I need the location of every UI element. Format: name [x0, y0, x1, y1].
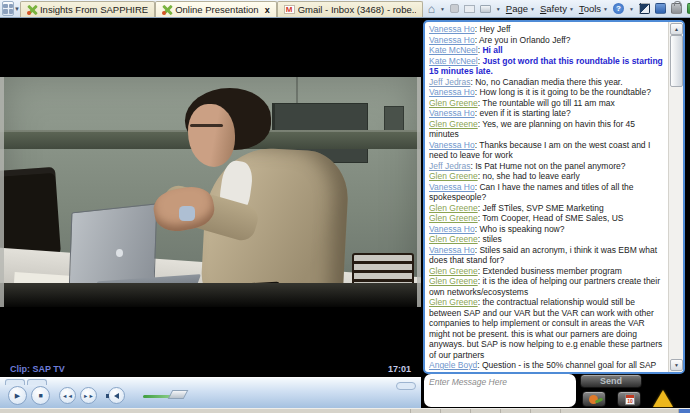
- home-icon[interactable]: ⌂: [428, 4, 435, 14]
- help-icon[interactable]: ?: [613, 3, 624, 14]
- chat-sender-link[interactable]: Vanessa Ho: [429, 87, 475, 97]
- chat-message-text: even if it is starting late?: [477, 108, 571, 118]
- addon-icon[interactable]: [655, 3, 666, 14]
- chat-sender-link[interactable]: Glen Greene: [429, 171, 478, 181]
- play-button[interactable]: ▶: [8, 386, 27, 405]
- chat-message: Jeff Jedras: No, no Canadian media there…: [429, 77, 666, 88]
- printer-icon[interactable]: [480, 5, 491, 13]
- chat-message: Glen Greene: Jeff STiles, SVP SME Market…: [429, 203, 666, 214]
- letterbox-bottom: [0, 307, 421, 360]
- chat-sender-link[interactable]: Kate McNeel: [429, 56, 478, 66]
- chat-message: Vanessa Ho: even if it is starting late?: [429, 108, 666, 119]
- chat-sender-link[interactable]: Kate McNeel: [429, 45, 478, 55]
- chat-log: Vanessa Ho: Hey JeffVanessa Ho: Are you …: [425, 22, 668, 372]
- scrollbar-thumb[interactable]: [670, 35, 683, 87]
- scroll-down-icon[interactable]: ▼: [670, 359, 683, 371]
- sapphire-icon: [27, 5, 37, 15]
- page-content: Clip: SAP TV 17:01 ▶ ■ ◄◄ ►► Vanessa Ho:…: [0, 18, 690, 408]
- browser-chrome: ▼ Insights From SAPPHIRE Online Presenta…: [0, 0, 690, 18]
- calendar-button[interactable]: 10: [617, 391, 641, 407]
- volume-slider-handle[interactable]: [168, 390, 189, 399]
- chat-sender-link[interactable]: Vanessa Ho: [429, 140, 475, 150]
- tab-label: Online Presentation: [175, 4, 258, 15]
- chat-sender-link[interactable]: Vanessa Ho: [429, 182, 475, 192]
- player-controls: ▶ ■ ◄◄ ►►: [0, 377, 421, 408]
- safety-menu[interactable]: Safety ▼: [540, 3, 574, 14]
- tab-insights-from-sapphire[interactable]: Insights From SAPPHIRE: [20, 1, 155, 17]
- read-mail-icon[interactable]: [464, 5, 475, 13]
- player-tab[interactable]: [5, 379, 25, 385]
- chat-sender-link[interactable]: Vanessa Ho: [429, 24, 475, 34]
- clip-title: Clip: SAP TV: [10, 364, 65, 374]
- chat-sender-link[interactable]: Vanessa Ho: [429, 35, 475, 45]
- chat-message-text: Who is speaking now?: [477, 224, 564, 234]
- tab-gmail[interactable]: M Gmail - Inbox (3468) - robe...: [277, 1, 423, 17]
- tab-label: Gmail - Inbox (3468) - robe...: [298, 4, 416, 15]
- emoticon-button[interactable]: [582, 391, 606, 407]
- player-info-bar: Clip: SAP TV 17:01: [0, 360, 421, 377]
- chat-sender-link[interactable]: Glen Greene: [429, 266, 478, 276]
- browser-window: ▼ Insights From SAPPHIRE Online Presenta…: [0, 0, 690, 413]
- speaker-icon: [114, 393, 119, 399]
- chat-sender-link[interactable]: Glen Greene: [429, 276, 478, 286]
- rss-feed-icon[interactable]: [450, 4, 459, 13]
- lock-icon[interactable]: [671, 3, 682, 14]
- home-dropdown-icon[interactable]: ▼: [440, 6, 445, 12]
- tab-label: Insights From SAPPHIRE: [40, 4, 148, 15]
- chat-sender-link[interactable]: Glen Greene: [429, 213, 478, 223]
- chat-message-text: How long is it is it going to be the rou…: [477, 87, 651, 97]
- addon-icon[interactable]: [639, 3, 650, 14]
- tab-online-presentation[interactable]: Online Presentation x: [155, 1, 276, 17]
- previous-button[interactable]: ◄◄: [59, 387, 76, 404]
- chat-sender-link[interactable]: Glen Greene: [429, 297, 478, 307]
- chat-sender-link[interactable]: Glen Greene: [429, 119, 478, 129]
- send-button[interactable]: Send: [580, 374, 642, 388]
- chat-message-input[interactable]: [424, 374, 576, 407]
- chat-message: Vanessa Ho: Hey Jeff: [429, 24, 666, 35]
- chat-message-text: Hi all: [480, 45, 503, 55]
- chat-message: Glen Greene: Yes, we are planning on hav…: [429, 119, 666, 140]
- chat-sender-link[interactable]: Vanessa Ho: [429, 224, 475, 234]
- chat-message: Glen Greene: stiles: [429, 234, 666, 245]
- chat-message: Angele Boyd: Question - is the 50% chann…: [429, 360, 666, 372]
- chat-message-text: Is Pat Hume not on the panel anymore?: [473, 161, 626, 171]
- help-dropdown-icon[interactable]: ▼: [629, 6, 634, 12]
- chat-sender-link[interactable]: Glen Greene: [429, 98, 478, 108]
- chat-sender-link[interactable]: Jeff Jedras: [429, 77, 470, 87]
- player-tab[interactable]: [27, 379, 47, 385]
- mute-button[interactable]: [108, 387, 125, 404]
- chat-sender-link[interactable]: Vanessa Ho: [429, 108, 475, 118]
- chat-sender-link[interactable]: Vanessa Ho: [429, 245, 475, 255]
- chat-sender-link[interactable]: Glen Greene: [429, 234, 478, 244]
- quick-tabs-button[interactable]: [2, 1, 14, 16]
- chat-message-text: Jeff STiles, SVP SME Marketing: [480, 203, 604, 213]
- warning-icon: [653, 390, 673, 407]
- next-button[interactable]: ►►: [80, 387, 97, 404]
- chat-message-text: Hey Jeff: [477, 24, 510, 34]
- video-frame: [0, 77, 421, 307]
- chat-sender-link[interactable]: Glen Greene: [429, 203, 478, 213]
- speaker-face: [188, 104, 235, 167]
- player-options-button[interactable]: [396, 382, 416, 390]
- frame-edge: [0, 77, 4, 307]
- chat-message: Glen Greene: no, she had to leave early: [429, 171, 666, 182]
- chat-message-text: No, no Canadian media there this year.: [473, 77, 623, 87]
- status-cell: [678, 409, 690, 413]
- chat-message: Vanessa Ho: Can I have the names and tit…: [429, 182, 666, 203]
- tab-close-icon[interactable]: x: [265, 5, 270, 15]
- chat-message: Glen Greene: Tom Cooper, Head of SME Sal…: [429, 213, 666, 224]
- tools-menu[interactable]: Tools ▼: [579, 3, 608, 14]
- chevron-down-icon: ▼: [569, 6, 574, 12]
- chat-message-text: The rountable will go till 11 am max: [480, 98, 615, 108]
- print-dropdown-icon[interactable]: ▼: [496, 6, 501, 12]
- chat-sender-link[interactable]: Jeff Jedras: [429, 161, 470, 171]
- scroll-up-icon[interactable]: ▲: [670, 23, 683, 35]
- flower-icon: [589, 395, 598, 404]
- page-menu[interactable]: Page ▼: [506, 3, 535, 14]
- calendar-icon: 10: [625, 394, 635, 405]
- stop-button[interactable]: ■: [31, 386, 50, 405]
- chat-panel: Vanessa Ho: Hey JeffVanessa Ho: Are you …: [421, 18, 690, 408]
- chat-sender-link[interactable]: Angele Boyd: [429, 360, 477, 370]
- chat-message: Vanessa Ho: Thanks because I am on the w…: [429, 140, 666, 161]
- chat-scrollbar[interactable]: ▲ ▼: [668, 22, 683, 372]
